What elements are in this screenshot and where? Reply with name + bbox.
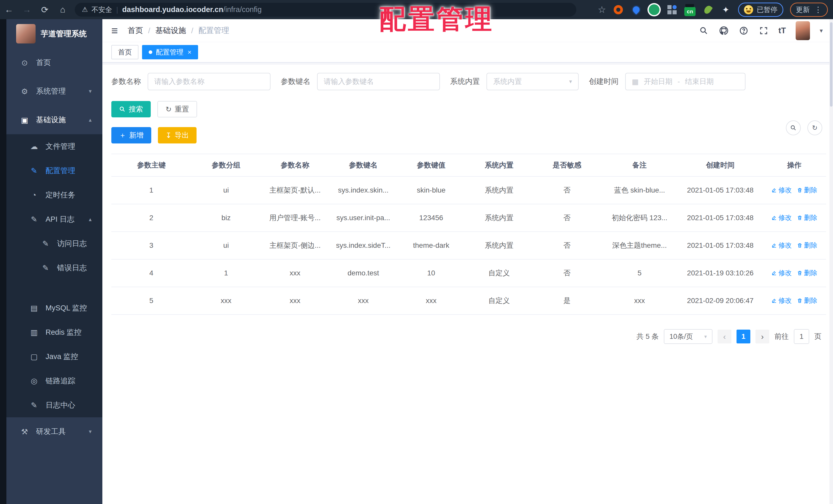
breadcrumb-infra[interactable]: 基础设施 bbox=[155, 25, 186, 36]
reload-icon[interactable]: ⟳ bbox=[36, 5, 54, 15]
param-key-input[interactable]: 请输入参数键名 bbox=[317, 73, 440, 90]
sidebar-item-定时任务[interactable]: ◔定时任务 bbox=[6, 183, 102, 207]
font-size-icon[interactable]: tT bbox=[779, 26, 786, 35]
monitor-icon: ▣ bbox=[19, 116, 30, 125]
refresh-table-button[interactable]: ↻ bbox=[807, 121, 822, 135]
prev-page-button[interactable]: ‹ bbox=[718, 330, 731, 344]
sidebar-item-系统管理[interactable]: ⚙系统管理▾ bbox=[6, 77, 102, 106]
page-size-select[interactable]: 10条/页 ▾ bbox=[664, 329, 712, 344]
edit-row-button[interactable]: 修改 bbox=[771, 296, 792, 305]
mysql-icon: ▤ bbox=[28, 304, 40, 312]
table-cell: 2021-01-05 17:03:48 bbox=[678, 204, 763, 232]
sidebar-item-配置管理[interactable]: ✎配置管理 bbox=[6, 158, 102, 183]
delete-row-button[interactable]: 删除 bbox=[797, 269, 817, 277]
table-cell: 主框架页-侧边... bbox=[261, 232, 329, 259]
table-cell: 蓝色 skin-blue... bbox=[601, 176, 678, 204]
help-icon[interactable] bbox=[739, 26, 749, 36]
sidebar-item-研发工具[interactable]: ⚒研发工具▾ bbox=[6, 417, 102, 446]
system-builtin-select[interactable]: 系统内置▾ bbox=[486, 73, 579, 90]
sidebar-item-redis-监控[interactable]: ▥Redis 监控 bbox=[6, 320, 102, 345]
paused-extension-pill[interactable]: 已暂停 bbox=[738, 3, 783, 17]
toggle-search-button[interactable] bbox=[786, 121, 801, 135]
table-cell: 2021-02-09 20:06:47 bbox=[678, 287, 763, 314]
filter-date-label: 创建时间 bbox=[589, 76, 619, 87]
sidebar-item-基础设施[interactable]: ▣基础设施▴ bbox=[6, 106, 102, 134]
reset-button[interactable]: ↻ 重置 bbox=[158, 101, 197, 117]
extension-green-circle-icon[interactable] bbox=[648, 4, 660, 15]
fullscreen-icon[interactable] bbox=[759, 26, 769, 36]
user-avatar[interactable] bbox=[795, 21, 810, 40]
delete-row-button[interactable]: 删除 bbox=[797, 296, 817, 305]
sidebar-item-api-日志[interactable]: ✎API 日志▴ bbox=[6, 207, 102, 231]
extension-grid-icon[interactable] bbox=[666, 4, 678, 15]
tab-home[interactable]: 首页 bbox=[111, 45, 139, 59]
sidebar-item-错误日志[interactable]: ✎错误日志 bbox=[6, 256, 102, 280]
extension-puzzle-icon[interactable]: ✦ bbox=[720, 4, 731, 15]
table-cell: 系统内置 bbox=[465, 176, 533, 204]
sidebar-item-访问日志[interactable]: ✎访问日志 bbox=[6, 231, 102, 256]
goto-page-input[interactable]: 1 bbox=[794, 329, 809, 344]
edit-row-button[interactable]: 修改 bbox=[771, 213, 792, 222]
tab-config[interactable]: 配置管理 × bbox=[142, 45, 198, 59]
extension-sprout-icon[interactable] bbox=[702, 4, 713, 15]
sidebar-item-首页[interactable]: ⊙首页 bbox=[6, 48, 102, 77]
add-button[interactable]: ＋ 新增 bbox=[111, 127, 151, 144]
browser-update-button[interactable]: 更新 ⋮ bbox=[790, 3, 828, 17]
extension-orange-icon[interactable] bbox=[613, 4, 624, 15]
breadcrumb-home[interactable]: 首页 bbox=[128, 25, 143, 36]
extension-cn-icon[interactable]: cn bbox=[684, 4, 695, 15]
address-bar[interactable]: ⚠ 不安全 | dashboard.yudao.iocoder.cn /infr… bbox=[75, 3, 576, 17]
table-cell: ui bbox=[191, 232, 261, 259]
column-header: 参数键值 bbox=[397, 154, 465, 176]
export-button[interactable]: ↧ 导出 bbox=[158, 127, 196, 144]
table-cell: xxx bbox=[397, 287, 465, 314]
table-cell: 用户管理-账号... bbox=[261, 204, 329, 232]
sidebar-item-mysql-监控[interactable]: ▤MySQL 监控 bbox=[6, 296, 102, 320]
url-path: /infra/config bbox=[223, 5, 262, 14]
app-logo-row[interactable]: 芋道管理系统 bbox=[6, 19, 102, 48]
row-actions: 修改删除 bbox=[762, 232, 826, 259]
close-icon[interactable]: × bbox=[188, 48, 191, 56]
sidebar-item-文件管理[interactable]: ☁文件管理 bbox=[6, 134, 102, 158]
param-name-input[interactable]: 请输入参数名称 bbox=[148, 73, 270, 90]
menu-kebab-icon[interactable]: ⋮ bbox=[814, 5, 822, 14]
github-icon[interactable] bbox=[719, 26, 729, 36]
window-left-edge bbox=[0, 19, 6, 504]
edit-row-button[interactable]: 修改 bbox=[771, 186, 792, 195]
extension-pin-icon[interactable] bbox=[630, 4, 642, 15]
delete-row-button[interactable]: 删除 bbox=[797, 241, 817, 250]
edit-row-button[interactable]: 修改 bbox=[771, 269, 792, 277]
edit-row-button[interactable]: 修改 bbox=[771, 241, 792, 250]
chevron-up-icon: ▴ bbox=[89, 216, 92, 223]
sidebar-item-label: 定时任务 bbox=[46, 190, 75, 200]
total-count: 共 5 条 bbox=[637, 332, 659, 342]
search-icon[interactable] bbox=[699, 26, 709, 36]
sidebar-item-链路追踪[interactable]: ◎链路追踪 bbox=[6, 369, 102, 393]
forward-icon[interactable]: → bbox=[18, 5, 36, 15]
sidebar-item-日志中心[interactable]: ✎日志中心 bbox=[6, 393, 102, 417]
page-number-1[interactable]: 1 bbox=[737, 330, 750, 344]
table-cell: 2021-01-05 17:03:48 bbox=[678, 232, 763, 259]
table-cell: xxx bbox=[261, 287, 329, 314]
search-button[interactable]: 搜索 bbox=[111, 101, 151, 117]
bookmark-star-icon[interactable]: ☆ bbox=[598, 4, 606, 15]
delete-row-button[interactable]: 删除 bbox=[797, 213, 817, 222]
timer-icon: ◔ bbox=[28, 191, 40, 199]
plus-icon: ＋ bbox=[119, 130, 126, 140]
sidebar-item-java-监控[interactable]: ▢Java 监控 bbox=[6, 345, 102, 369]
sidebar-collapse-icon[interactable]: ≡ bbox=[111, 24, 118, 37]
sidebar-item-label: 系统管理 bbox=[36, 86, 66, 96]
row-actions: 修改删除 bbox=[762, 176, 826, 204]
date-range-picker[interactable]: ▦ 开始日期 - 结束日期 bbox=[625, 73, 745, 90]
scrollbar[interactable] bbox=[829, 19, 833, 504]
search-icon bbox=[119, 106, 126, 112]
home-icon[interactable]: ⌂ bbox=[54, 5, 72, 15]
sidebar-item-label: 链路追踪 bbox=[46, 376, 75, 386]
paused-label: 已暂停 bbox=[757, 5, 778, 14]
scrollbar-thumb[interactable] bbox=[830, 22, 832, 107]
next-page-button[interactable]: › bbox=[756, 330, 769, 344]
back-icon[interactable]: ← bbox=[0, 5, 18, 15]
chevron-down-icon[interactable]: ▾ bbox=[820, 27, 823, 34]
table-row: 1ui主框架页-默认...sys.index.skin...skin-blue系… bbox=[111, 176, 826, 204]
delete-row-button[interactable]: 删除 bbox=[797, 186, 817, 195]
